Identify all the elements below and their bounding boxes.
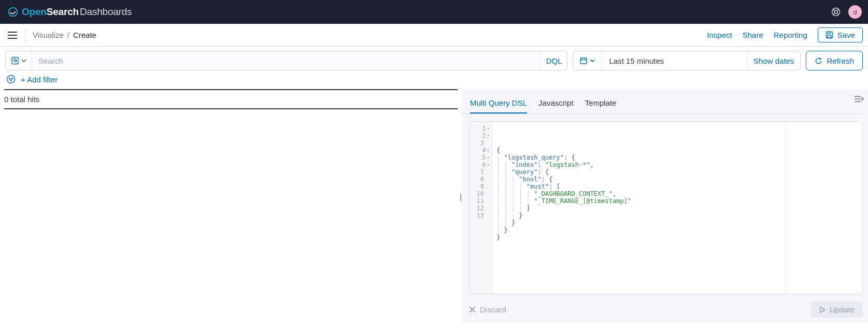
- svg-rect-12: [828, 35, 832, 37]
- help-icon[interactable]: [831, 7, 841, 17]
- date-range-display[interactable]: Last 15 minutes: [602, 51, 747, 70]
- editor-gutter: 1▾2▾34▾5▾6▾78910111213: [469, 122, 492, 294]
- nav-toggle-button[interactable]: [5, 28, 20, 42]
- user-avatar[interactable]: d: [848, 5, 862, 19]
- svg-point-0: [9, 8, 18, 17]
- tab-template[interactable]: Template: [585, 98, 617, 113]
- breadcrumb-separator: /: [67, 31, 69, 39]
- page-header: Visualize / Create Inspect Share Reporti…: [0, 24, 868, 47]
- add-filter-button[interactable]: + Add filter: [21, 75, 58, 84]
- tab-multi-query-dsl[interactable]: Multi Query DSL: [470, 98, 527, 113]
- play-icon: [819, 307, 826, 313]
- collapse-icon: [855, 95, 864, 103]
- hits-count: 0 total hits: [4, 94, 458, 105]
- visualization-output: 0 total hits: [0, 89, 462, 323]
- breadcrumb-current: Create: [73, 31, 96, 39]
- svg-line-6: [837, 13, 838, 15]
- date-picker: Last 15 minutes Show dates: [573, 51, 801, 70]
- editor-content[interactable]: {| "logstash_query": {| | "index": "logs…: [492, 122, 862, 294]
- show-dates-button[interactable]: Show dates: [747, 51, 800, 70]
- svg-line-5: [833, 13, 835, 15]
- svg-rect-16: [580, 58, 587, 64]
- update-button[interactable]: Update: [811, 302, 863, 318]
- hits-rule-top: [4, 89, 458, 90]
- save-icon: [826, 31, 833, 39]
- svg-point-20: [7, 76, 15, 83]
- svg-rect-13: [12, 58, 18, 64]
- tab-javascript[interactable]: Javascript: [538, 98, 574, 113]
- hamburger-icon: [8, 32, 17, 39]
- code-editor[interactable]: 1▾2▾34▾5▾6▾78910111213 {| "logstash_quer…: [469, 121, 863, 294]
- editor-sidebar: || Multi Query DSL Javascript Template 1…: [462, 89, 868, 323]
- refresh-button[interactable]: Refresh: [806, 51, 863, 70]
- query-language-toggle[interactable]: DQL: [540, 51, 567, 70]
- brand-text: OpenSearchDashboards: [22, 6, 132, 18]
- svg-rect-11: [828, 32, 831, 34]
- inspect-link[interactable]: Inspect: [707, 31, 732, 39]
- svg-line-15: [16, 61, 17, 62]
- refresh-icon: [815, 57, 822, 65]
- close-icon: [469, 306, 476, 313]
- resize-handle[interactable]: ||: [460, 193, 460, 201]
- global-header: OpenSearchDashboards d: [0, 0, 868, 24]
- breadcrumb: Visualize / Create: [33, 31, 96, 39]
- chevron-down-icon: [590, 58, 595, 63]
- opensearch-logo-icon: [7, 6, 19, 18]
- editor-action-bar: Discard Update: [462, 294, 868, 323]
- calendar-icon: [579, 56, 588, 65]
- search-bar: DQL: [5, 51, 567, 70]
- saved-query-button[interactable]: [6, 51, 32, 70]
- reporting-link[interactable]: Reporting: [774, 31, 807, 39]
- search-input[interactable]: [32, 51, 540, 70]
- svg-line-3: [833, 9, 835, 11]
- visualization-workspace: 0 total hits || Multi Query DSL Javascri…: [0, 89, 868, 323]
- brand-logo[interactable]: OpenSearchDashboards: [7, 6, 132, 18]
- collapse-sidebar-button[interactable]: [855, 95, 864, 103]
- editor-tabs: Multi Query DSL Javascript Template: [462, 89, 863, 114]
- discard-button[interactable]: Discard: [469, 305, 506, 314]
- svg-line-4: [837, 9, 838, 11]
- share-link[interactable]: Share: [743, 31, 763, 39]
- query-filter-bar: DQL Last 15 minutes Show dates Refresh: [0, 47, 868, 73]
- svg-point-2: [834, 10, 837, 13]
- filter-options-icon[interactable]: [6, 75, 16, 84]
- filter-bar: + Add filter: [0, 73, 868, 89]
- header-divider: [25, 28, 25, 42]
- hits-rule-bottom: [4, 108, 458, 109]
- saved-query-icon: [11, 56, 19, 65]
- quick-select-button[interactable]: [573, 51, 602, 70]
- breadcrumb-visualize[interactable]: Visualize: [33, 31, 64, 39]
- save-button[interactable]: Save: [818, 27, 863, 42]
- chevron-down-icon: [21, 58, 26, 63]
